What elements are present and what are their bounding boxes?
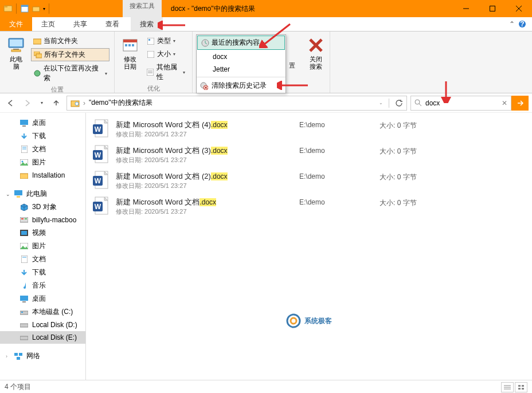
- picture-icon: [19, 158, 29, 167]
- svg-text:W: W: [95, 125, 101, 133]
- window-title: docx - "demo"中的搜索结果: [162, 4, 453, 14]
- all-subfolders-option[interactable]: 所有子文件夹: [31, 48, 109, 61]
- tree-pictures[interactable]: 图片: [0, 156, 85, 169]
- tree-this-pc[interactable]: ⌄此电脑: [0, 187, 85, 201]
- nav-back-button[interactable]: [3, 96, 17, 110]
- svg-rect-24: [147, 38, 154, 45]
- tree-label: Installation: [32, 171, 65, 179]
- nav-forward-button[interactable]: [21, 96, 34, 110]
- globe-icon: [33, 69, 41, 77]
- recent-search-item[interactable]: Jetter: [197, 63, 285, 76]
- monitor-icon: [14, 190, 23, 199]
- tree-pictures2[interactable]: 图片: [0, 239, 85, 253]
- expand-icon[interactable]: ⌄: [6, 191, 10, 197]
- svg-rect-1: [4, 6, 7, 7]
- result-path: E:\demo: [299, 197, 374, 206]
- breadcrumb-chevron-icon[interactable]: ›: [83, 99, 85, 107]
- expand-icon[interactable]: ›: [6, 353, 10, 359]
- size-icon: [147, 50, 155, 58]
- icons-view-button[interactable]: [515, 382, 527, 392]
- tree-installation[interactable]: Installation: [0, 169, 85, 182]
- result-filename: 新建 Microsoft Word 文档.docx: [116, 197, 294, 207]
- svg-rect-71: [17, 357, 20, 360]
- svg-rect-89: [518, 385, 521, 387]
- search-tools-label: 搜索工具: [130, 2, 155, 9]
- modify-date-button[interactable]: 修改 日期: [119, 34, 141, 70]
- tree-billyfu[interactable]: billyfu-macboo: [0, 214, 85, 226]
- navigation-tree[interactable]: 桌面 下载 文档 图片 Installation ⌄此电脑 3D 对象 bill…: [0, 113, 86, 380]
- qat-new-folder-icon[interactable]: [32, 4, 41, 13]
- size-option[interactable]: 大小 ▾: [144, 48, 187, 60]
- recent-search-item[interactable]: docx: [197, 50, 285, 63]
- clear-history-item[interactable]: 清除搜索历史记录: [197, 78, 285, 93]
- tree-local-c[interactable]: 本地磁盘 (C:): [0, 305, 85, 319]
- refresh-button[interactable]: [395, 99, 403, 107]
- address-dropdown-icon[interactable]: ⌄: [379, 100, 383, 105]
- svg-rect-15: [33, 39, 41, 44]
- svg-rect-55: [20, 217, 28, 222]
- svg-rect-46: [22, 125, 26, 127]
- help-icon[interactable]: ?: [518, 20, 526, 28]
- tree-desktop2[interactable]: 桌面: [0, 292, 85, 305]
- tab-share[interactable]: 共享: [64, 17, 96, 31]
- result-size: 大小: 0 字节: [380, 120, 417, 131]
- address-box[interactable]: › "demo"中的搜索结果 ⌄: [66, 96, 407, 111]
- qat-properties-icon[interactable]: [20, 4, 29, 13]
- search-tools-contextual-tab[interactable]: 搜索工具: [123, 0, 162, 17]
- this-pc-button[interactable]: 此电 脑: [5, 34, 28, 70]
- address-text: "demo"中的搜索结果: [89, 98, 152, 108]
- nav-history-dropdown[interactable]: ▾: [38, 96, 46, 110]
- close-search-button[interactable]: 关闭 搜索: [304, 34, 328, 70]
- svg-point-84: [287, 315, 300, 327]
- clear-search-button[interactable]: ✕: [502, 99, 507, 107]
- close-button[interactable]: [506, 0, 532, 17]
- item-count: 4 个项目: [5, 382, 31, 392]
- ribbon-collapse-icon[interactable]: ⌃: [509, 20, 515, 28]
- qat-divider: [49, 3, 49, 14]
- clear-history-icon: [200, 82, 208, 90]
- nav-up-button[interactable]: [49, 96, 63, 110]
- svg-rect-17: [36, 54, 42, 58]
- results-pane[interactable]: W 新建 Microsoft Word 文档 (4).docx 修改日期: 20…: [86, 113, 532, 380]
- group-location-label: 位置: [5, 84, 109, 94]
- word-file-icon: W: [92, 120, 110, 138]
- svg-rect-22: [128, 44, 131, 46]
- tree-downloads[interactable]: 下载: [0, 129, 85, 143]
- details-view-button[interactable]: [501, 382, 514, 392]
- svg-rect-14: [11, 50, 21, 52]
- tree-videos[interactable]: 视频: [0, 226, 85, 239]
- result-size: 大小: 0 字节: [380, 197, 417, 208]
- svg-rect-26: [147, 51, 154, 58]
- tree-local-d[interactable]: Local Disk (D:): [0, 319, 85, 331]
- tab-view[interactable]: 查看: [96, 17, 128, 31]
- current-folder-option[interactable]: 当前文件夹: [31, 35, 109, 47]
- search-go-button[interactable]: [511, 96, 529, 111]
- other-props-option[interactable]: 其他属性 ▾: [144, 61, 187, 83]
- result-row[interactable]: W 新建 Microsoft Word 文档 (2).docx 修改日期: 20…: [86, 168, 532, 194]
- maximize-button[interactable]: [479, 0, 506, 17]
- tree-local-e[interactable]: Local Disk (E:): [0, 331, 85, 344]
- tree-downloads2[interactable]: 下载: [0, 266, 85, 279]
- svg-rect-64: [22, 301, 26, 302]
- tree-music[interactable]: 音乐: [0, 279, 85, 292]
- type-option[interactable]: 类型 ▾: [144, 35, 187, 47]
- chevron-down-icon: ▾: [173, 52, 175, 57]
- tree-desktop[interactable]: 桌面: [0, 116, 85, 129]
- tree-3d-objects[interactable]: 3D 对象: [0, 201, 85, 214]
- result-row[interactable]: W 新建 Microsoft Word 文档 (3).docx 修改日期: 20…: [86, 142, 532, 168]
- tab-home[interactable]: 主页: [32, 17, 64, 31]
- minimize-button[interactable]: [453, 0, 479, 17]
- watermark-logo-icon: [286, 313, 301, 328]
- tree-documents2[interactable]: 文档: [0, 253, 85, 266]
- qat-dropdown-icon[interactable]: ▾: [43, 6, 45, 11]
- search-box[interactable]: docx ✕: [410, 96, 511, 111]
- search-again-in-option[interactable]: 在以下位置再次搜索 ▾: [31, 62, 109, 84]
- search-icon: [414, 99, 422, 107]
- tab-file[interactable]: 文件: [0, 17, 32, 31]
- tree-network[interactable]: ›网络: [0, 349, 85, 363]
- tree-documents[interactable]: 文档: [0, 143, 85, 156]
- tree-label: 3D 对象: [32, 202, 57, 212]
- svg-rect-68: [20, 336, 28, 340]
- result-row[interactable]: W 新建 Microsoft Word 文档 (4).docx 修改日期: 20…: [86, 116, 532, 142]
- result-row[interactable]: W 新建 Microsoft Word 文档.docx 修改日期: 2020/5…: [86, 194, 532, 219]
